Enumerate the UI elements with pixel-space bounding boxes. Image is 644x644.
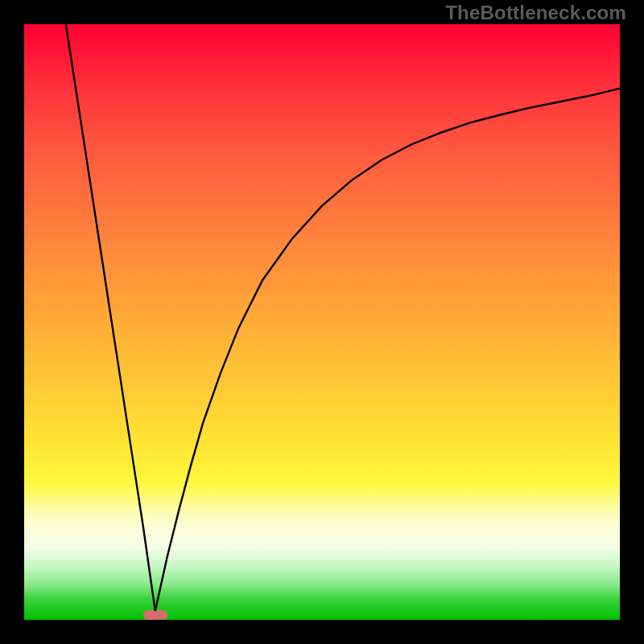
plot-area bbox=[24, 24, 620, 620]
watermark-text: TheBottleneck.com bbox=[445, 2, 626, 24]
chart-frame: TheBottleneck.com bbox=[0, 0, 644, 644]
curve-path bbox=[66, 24, 620, 611]
bottleneck-curve bbox=[24, 24, 620, 620]
